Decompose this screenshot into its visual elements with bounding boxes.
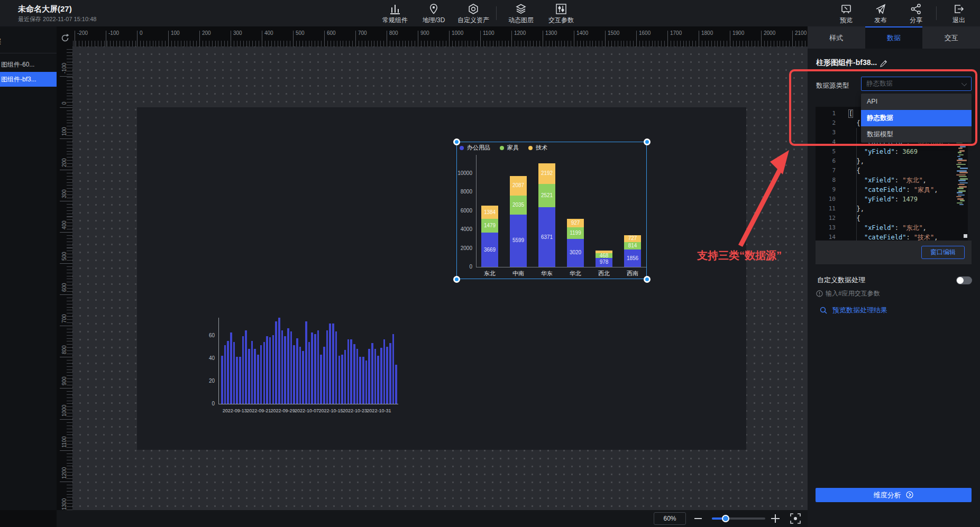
minimap-mark: [958, 152, 961, 153]
tool-geo3d[interactable]: 地理/3D: [415, 2, 452, 25]
ruler-label: 1800: [701, 30, 713, 36]
dimension-analysis-button[interactable]: 维度分析: [816, 488, 972, 502]
date-bar: [311, 332, 313, 404]
ruler-tick: [60, 388, 72, 389]
date-bar: [368, 349, 370, 404]
menu-option-model[interactable]: 数据模型: [861, 126, 972, 143]
top-bar: 未命名大屏(27) 最近保存 2022-11-07 15:10:48 常规组件 …: [0, 0, 980, 26]
code-line: 7 {: [816, 166, 968, 175]
window-edit-button[interactable]: 窗口编辑: [921, 246, 965, 259]
minimap-mark: [959, 172, 968, 173]
tool-custom-assets[interactable]: 自定义资产: [455, 2, 492, 25]
date-bar: [284, 336, 286, 404]
action-share[interactable]: 分享: [897, 2, 935, 25]
action-preview[interactable]: 预览: [828, 2, 865, 25]
action-label: 退出: [940, 16, 977, 24]
layer-list: 图组件-60... 图组件-bf3...: [0, 57, 57, 87]
tab-style[interactable]: 样式: [808, 26, 865, 49]
ruler-label: 2100: [795, 30, 807, 36]
editor-resize-grip[interactable]: [964, 234, 967, 238]
ruler-label: 1500: [608, 30, 619, 36]
tool-dynamic-layers[interactable]: 动态图层: [502, 2, 539, 25]
tab-data[interactable]: 数据: [865, 26, 923, 49]
selection-handle[interactable]: [644, 276, 651, 283]
fit-screen-icon[interactable]: [790, 513, 801, 524]
code-line: 9 "cateField": "家具",: [816, 185, 968, 195]
ruler-tick: [636, 31, 637, 47]
date-bar: [263, 342, 265, 404]
datasource-select-value: 静态数据: [866, 80, 893, 87]
minimap-mark: [958, 162, 961, 164]
tab-interaction[interactable]: 交互: [922, 26, 980, 49]
ruler-label: 700: [358, 30, 367, 36]
action-exit[interactable]: 退出: [940, 2, 977, 25]
zoom-out-button[interactable]: [694, 518, 702, 519]
layer-item[interactable]: 图组件-60...: [0, 57, 57, 72]
selection-handle[interactable]: [453, 276, 460, 283]
minimap-mark: [957, 160, 967, 161]
rotate-icon[interactable]: [60, 33, 70, 43]
minimap-mark: [960, 168, 968, 169]
editor-canvas[interactable]: 办公用品家具技术02000400060008000100003669147913…: [72, 47, 808, 510]
screen-title: 未命名大屏(27): [18, 4, 72, 14]
ruler-tick: [60, 170, 72, 170]
zoom-in-button-bar: [775, 514, 776, 523]
x-date-label: 2022-09-13: [223, 408, 246, 413]
artboard[interactable]: 办公用品家具技术02000400060008000100003669147913…: [137, 107, 746, 450]
ruler-label: 300: [61, 189, 67, 198]
menu-option-static[interactable]: 静态数据: [861, 110, 972, 126]
action-label: 预览: [828, 16, 865, 24]
ruler-tick: [387, 31, 387, 47]
tool-interaction-params[interactable]: 交互参数: [543, 2, 580, 25]
ruler-tick: [60, 263, 72, 264]
date-bar: [314, 334, 316, 404]
zoom-level-box[interactable]: 60%: [654, 512, 686, 525]
x-date-label: 2022-10-23: [343, 408, 366, 413]
minimap-mark: [960, 200, 965, 201]
layer-item-selected[interactable]: 图组件-bf3...: [0, 72, 57, 87]
ruler-label: 1100: [483, 30, 494, 36]
edit-pencil-icon[interactable]: [880, 59, 888, 68]
date-bar: [293, 345, 295, 404]
custom-processing-toggle[interactable]: [956, 276, 972, 284]
preview-result-link[interactable]: 预览数据处理结果: [820, 306, 887, 315]
status-bar: 60%: [57, 510, 808, 527]
date-bar: [353, 344, 355, 404]
sliders-icon: [543, 2, 580, 16]
date-bar: [296, 338, 298, 404]
date-bar: [317, 330, 319, 404]
y-axis-line: [218, 318, 219, 404]
date-bar: [341, 355, 343, 404]
selection-handle[interactable]: [644, 138, 651, 145]
ruler-tick: [511, 31, 512, 47]
ruler-label: -100: [108, 30, 119, 36]
datasource-select[interactable]: 静态数据: [861, 77, 972, 91]
stacked-bar-chart[interactable]: [456, 142, 647, 279]
code-line: 5 "yField": 3669: [816, 147, 968, 156]
date-bar: [236, 357, 238, 404]
chevron-down-icon: [961, 81, 967, 86]
date-bar: [344, 350, 346, 404]
minimap-mark: [958, 147, 963, 149]
date-bar: [338, 356, 341, 404]
ruler-tick: [75, 31, 75, 47]
date-bar: [305, 321, 307, 404]
horizontal-ruler: -200-10001002003004005006007008009001000…: [72, 26, 808, 47]
x-date-label: 2022-10-15: [318, 408, 342, 413]
selection-handle[interactable]: [453, 138, 460, 145]
layers-header-partial: 图层: [0, 37, 1, 47]
zoom-slider-knob[interactable]: [722, 515, 729, 522]
ruler-label: 1700: [670, 30, 682, 36]
ruler-label: 1400: [576, 30, 588, 36]
date-bar: [287, 328, 289, 404]
minimap-mark: [959, 154, 964, 156]
x-date-label: 2022-09-29: [271, 408, 294, 413]
ruler-label: 500: [296, 30, 305, 36]
menu-option-api[interactable]: API: [861, 94, 972, 110]
date-bar: [224, 345, 226, 404]
ruler-tick: [543, 31, 543, 47]
preview-icon: [828, 2, 865, 16]
action-publish[interactable]: 发布: [862, 2, 899, 25]
tool-components[interactable]: 常规组件: [377, 2, 414, 25]
y-tick-label: 20: [195, 378, 215, 384]
